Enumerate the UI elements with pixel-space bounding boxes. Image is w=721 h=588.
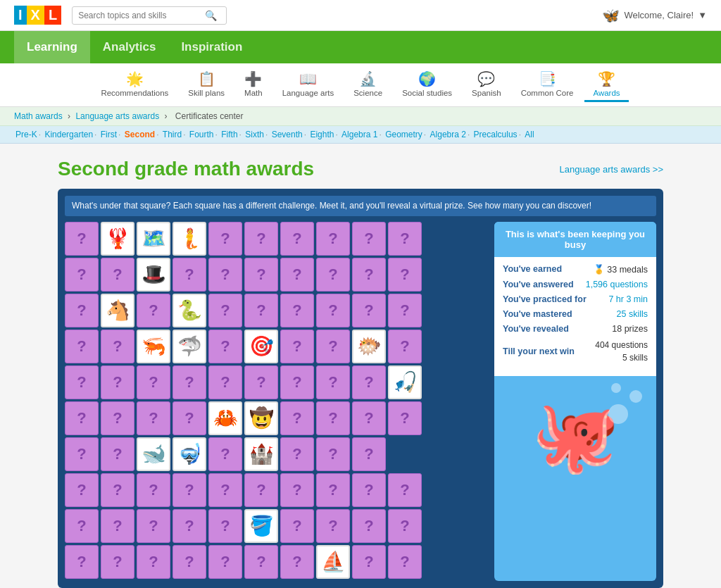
lang-arts-link[interactable]: Language arts awards >> xyxy=(560,164,663,175)
cell-7-5[interactable]: ? xyxy=(244,473,278,507)
nav-inspiration[interactable]: Inspiration xyxy=(168,31,255,63)
cell-1-7[interactable]: ? xyxy=(316,258,350,292)
subject-common-core[interactable]: 📑 Common Core xyxy=(513,68,582,102)
cell-8-3[interactable]: ? xyxy=(173,509,206,543)
subject-math[interactable]: ➕ Math xyxy=(236,68,271,102)
cell-6-0[interactable]: ? xyxy=(65,437,99,471)
dropdown-arrow[interactable]: ▼ xyxy=(698,10,707,20)
cell-0-7[interactable]: ? xyxy=(316,222,350,256)
cell-6-4[interactable]: ? xyxy=(208,437,242,471)
cell-4-1[interactable]: ? xyxy=(101,365,134,399)
subject-science[interactable]: 🔬 Science xyxy=(345,68,391,102)
cell-0-0[interactable]: ? xyxy=(65,222,99,256)
cell-0-3[interactable]: 🧜 xyxy=(173,222,206,256)
cell-7-1[interactable]: ? xyxy=(101,473,134,507)
cell-3-9[interactable]: ? xyxy=(388,330,422,363)
cell-5-7[interactable]: ? xyxy=(316,401,350,435)
cell-6-2[interactable]: 🐋 xyxy=(137,437,170,471)
cell-0-4[interactable]: ? xyxy=(208,222,242,256)
cell-9-4[interactable]: ? xyxy=(208,545,242,579)
cell-6-8[interactable]: ? xyxy=(352,437,386,471)
cell-7-2[interactable]: ? xyxy=(137,473,170,507)
cell-5-2[interactable]: ? xyxy=(137,401,170,435)
cell-9-6[interactable]: ? xyxy=(280,545,314,579)
search-icon[interactable]: 🔍 xyxy=(205,10,217,21)
cell-3-5[interactable]: 🎯 xyxy=(244,330,278,363)
subject-recommendations[interactable]: 🌟 Recommendations xyxy=(92,68,177,102)
cell-1-3[interactable]: ? xyxy=(173,258,206,292)
cell-7-9[interactable]: ? xyxy=(388,473,422,507)
cell-5-6[interactable]: ? xyxy=(280,401,314,435)
cell-6-7[interactable]: ? xyxy=(316,437,350,471)
cell-3-8[interactable]: 🐡 xyxy=(352,330,386,363)
cell-3-7[interactable]: ? xyxy=(316,330,350,363)
search-bar[interactable]: 🔍 xyxy=(72,6,227,25)
cell-0-6[interactable]: ? xyxy=(280,222,314,256)
cell-2-1[interactable]: 🐴 xyxy=(101,294,134,327)
cell-8-1[interactable]: ? xyxy=(101,509,134,543)
subject-language-arts[interactable]: 📖 Language arts xyxy=(274,68,343,102)
cell-4-0[interactable]: ? xyxy=(65,365,99,399)
cell-2-5[interactable]: ? xyxy=(244,294,278,327)
grade-all[interactable]: All xyxy=(525,130,534,139)
subject-awards[interactable]: 🏆 Awards xyxy=(584,68,628,102)
grade-fifth[interactable]: Fifth xyxy=(221,130,237,139)
cell-1-4[interactable]: ? xyxy=(208,258,242,292)
cell-3-2[interactable]: 🦐 xyxy=(137,330,170,363)
cell-7-3[interactable]: ? xyxy=(173,473,206,507)
grade-second[interactable]: Second xyxy=(125,130,155,139)
cell-5-3[interactable]: ? xyxy=(173,401,206,435)
cell-7-4[interactable]: ? xyxy=(208,473,242,507)
cell-2-4[interactable]: ? xyxy=(208,294,242,327)
cell-3-3[interactable]: 🦈 xyxy=(173,330,206,363)
cell-2-9[interactable]: ? xyxy=(388,294,422,327)
nav-learning[interactable]: Learning xyxy=(14,31,90,63)
grade-kindergarten[interactable]: Kindergarten xyxy=(44,130,93,139)
cell-6-3[interactable]: 🤿 xyxy=(173,437,206,471)
cell-5-9[interactable]: ? xyxy=(388,401,422,435)
cell-4-3[interactable]: ? xyxy=(173,365,206,399)
subject-skill-plans[interactable]: 📋 Skill plans xyxy=(180,68,233,102)
cell-3-6[interactable]: ? xyxy=(280,330,314,363)
cell-2-0[interactable]: ? xyxy=(65,294,99,327)
cell-8-6[interactable]: ? xyxy=(280,509,314,543)
cell-8-8[interactable]: ? xyxy=(352,509,386,543)
cell-0-2[interactable]: 🗺️ xyxy=(137,222,170,256)
cell-4-6[interactable]: ? xyxy=(280,365,314,399)
cell-9-2[interactable]: ? xyxy=(137,545,170,579)
grade-fourth[interactable]: Fourth xyxy=(189,130,214,139)
logo[interactable]: IXL xyxy=(14,6,61,25)
cell-6-6[interactable]: ? xyxy=(280,437,314,471)
cell-1-2[interactable]: 🎩 xyxy=(137,258,170,292)
cell-9-9[interactable]: ? xyxy=(388,545,422,579)
cell-2-6[interactable]: ? xyxy=(280,294,314,327)
cell-5-8[interactable]: ? xyxy=(352,401,386,435)
cell-5-4[interactable]: 🦀 xyxy=(208,401,242,435)
cell-7-6[interactable]: ? xyxy=(280,473,314,507)
cell-1-6[interactable]: ? xyxy=(280,258,314,292)
grade-seventh[interactable]: Seventh xyxy=(272,130,303,139)
cell-8-0[interactable]: ? xyxy=(65,509,99,543)
cell-1-0[interactable]: ? xyxy=(65,258,99,292)
cell-2-7[interactable]: ? xyxy=(316,294,350,327)
mastered-link[interactable]: 25 skills xyxy=(617,309,648,319)
subject-spanish[interactable]: 💬 Spanish xyxy=(463,68,510,102)
cell-9-8[interactable]: ? xyxy=(352,545,386,579)
cell-4-7[interactable]: ? xyxy=(316,365,350,399)
cell-3-0[interactable]: ? xyxy=(65,330,99,363)
cell-0-8[interactable]: ? xyxy=(352,222,386,256)
grade-first[interactable]: First xyxy=(101,130,117,139)
cell-0-1[interactable]: 🦞 xyxy=(101,222,134,256)
cell-4-9[interactable]: 🎣 xyxy=(388,365,422,399)
grade-algebra2[interactable]: Algebra 2 xyxy=(430,130,466,139)
cell-5-1[interactable]: ? xyxy=(101,401,134,435)
grade-algebra1[interactable]: Algebra 1 xyxy=(341,130,377,139)
cell-5-0[interactable]: ? xyxy=(65,401,99,435)
cell-9-5[interactable]: ? xyxy=(244,545,278,579)
cell-4-4[interactable]: ? xyxy=(208,365,242,399)
cell-9-1[interactable]: ? xyxy=(101,545,134,579)
grade-geometry[interactable]: Geometry xyxy=(385,130,422,139)
cell-8-2[interactable]: ? xyxy=(137,509,170,543)
cell-0-5[interactable]: ? xyxy=(244,222,278,256)
grade-prek[interactable]: Pre-K xyxy=(15,130,37,139)
